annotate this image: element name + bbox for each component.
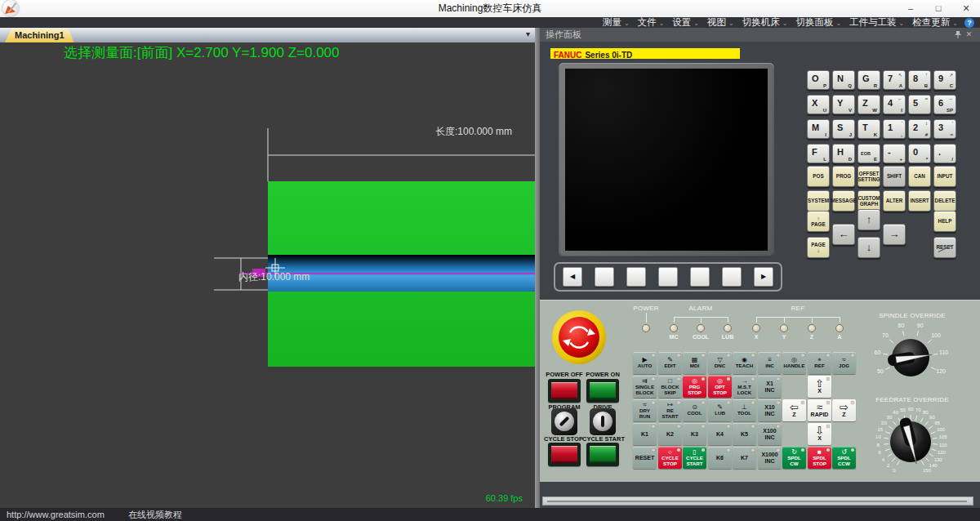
panel-button-opt-stop[interactable]: ◎OPT STOP [708,376,732,398]
panel-button-ref[interactable]: ⌖REF [808,352,831,374]
panel-button-teach[interactable]: ◉TEACH [733,352,756,374]
panel-button-z[interactable]: ⇨Z [832,399,856,421]
key-reset[interactable]: RESET [933,237,956,258]
cycle-start-button[interactable] [586,443,619,466]
softkey-blank[interactable] [626,267,646,287]
key-3[interactable]: 3'= [933,119,956,139]
panel-button-dry-run[interactable]: ≈DRY RUN [633,399,657,421]
softkey-blank[interactable] [595,267,614,287]
panel-button-k6[interactable]: K6 [708,447,732,469]
key-m[interactable]: MI [807,119,830,139]
panel-button-x1-inc[interactable]: X1 INC [758,376,782,398]
dock-close-icon[interactable]: ✕ [964,30,973,39]
softkey-blank[interactable] [690,267,710,287]
key-input[interactable]: INPUT [933,166,956,187]
panel-button-single-block[interactable]: ⇉SINGLE BLOCK [633,376,657,398]
program-keyswitch[interactable] [551,408,577,435]
panel-button-edit[interactable]: ✎EDIT [658,352,682,374]
key-offset-setting[interactable]: OFFSET SETTING [858,166,880,187]
tab-machining1[interactable]: Machining1 [5,29,74,42]
panel-button-rapid[interactable]: ≈RAPID [808,399,831,421]
viewport-3d[interactable]: 选择测量面:[前面] X=2.700 Y=1.900 Z=0.000 长度:10… [0,42,535,508]
tutorial-link[interactable]: 在线视频教程 [128,510,182,519]
panel-button-cycle-stop[interactable]: ○CYCLE STOP [658,447,682,469]
softkey-left-arrow[interactable]: ◀ [563,267,582,287]
tabbar-chevron-icon[interactable]: ▾ [526,29,530,38]
panel-button-jog[interactable]: ≈JOG [832,352,856,374]
close-button[interactable]: ✕ [952,0,980,17]
panel-button-mdi[interactable]: ▦MDI [683,352,706,374]
feedrate-override-dial[interactable]: 0246810152030405060708090951001051101201… [857,403,968,482]
panel-button-k5[interactable]: K5 [733,423,756,445]
drive-keyswitch[interactable] [590,408,616,435]
key-1[interactable]: 1', [883,119,906,139]
key-t[interactable]: TK [858,119,880,139]
key-z[interactable]: ZW [858,95,880,114]
panel-button-reset[interactable]: RESET [633,447,657,469]
panel-button-x1000-inc[interactable]: X1000 INC [758,447,782,469]
key-0[interactable]: 0* [908,144,931,163]
emergency-stop-button[interactable] [552,310,606,364]
panel-button-re-start[interactable]: ↦RE START [658,399,682,421]
panel-button-x[interactable]: ⇧X [808,376,831,398]
key-4[interactable]: 4←I [883,95,906,114]
panel-button-prg-stop[interactable]: ◎PRG STOP [683,376,706,398]
key-pos[interactable]: POS [807,166,830,187]
panel-button-inc[interactable]: ≡INC [758,352,782,374]
menubar-item-视图[interactable]: 视图⌄ [703,17,738,29]
panel-button-handle[interactable]: ◎HANDLE [782,352,806,374]
panel-button-k4[interactable]: K4 [708,423,732,445]
panel-button-k3[interactable]: K3 [683,423,706,445]
menubar-item-检查更新[interactable]: 检查更新⌄ [908,17,962,29]
panel-button-spdl-ccw[interactable]: ↺SPDL CCW [832,447,856,469]
help-icon[interactable]: ? [964,18,974,28]
panel-button-k2[interactable]: K2 [658,423,682,445]
panel-button-z[interactable]: ⇦Z [782,399,806,421]
key-cursor-down-icon[interactable]: ↓ [858,237,880,258]
menubar-item-切换面板[interactable]: 切换面板⌄ [791,17,845,29]
key--[interactable]: -+ [883,144,906,163]
key-shift[interactable]: SHIFT [883,166,906,187]
softkey-blank[interactable] [658,267,678,287]
key-.[interactable]: ./ [933,144,956,163]
panel-button-dnc[interactable]: ▽DNC [708,352,732,374]
panel-button-x100-inc[interactable]: X100 INC [758,423,782,445]
key-9[interactable]: 9↗C [933,70,956,90]
key-g[interactable]: GR [858,70,880,90]
key-system[interactable]: SYSTEM [807,190,830,212]
power-off-button[interactable] [548,379,581,403]
panel-button-lub[interactable]: ✎LUB [708,399,732,421]
key-s[interactable]: SJ [832,119,855,139]
panel-button-spdl-stop[interactable]: ■SPDL STOP [808,447,831,469]
panel-button-block-skip[interactable]: □BLOCK SKIP [658,376,682,398]
key-page-up[interactable]: ↑ PAGE [807,211,830,232]
key-cursor-left-icon[interactable]: ← [832,224,855,245]
key-cursor-up-icon[interactable]: ↑ [858,209,880,230]
key-7[interactable]: 7↖A [883,70,906,90]
key-cursor-right-icon[interactable]: → [883,224,906,245]
panel-button-x10-inc[interactable]: X10 INC [758,399,782,421]
key-delete[interactable]: DELETE [933,190,956,212]
panel-button-k1[interactable]: K1 [633,423,657,445]
key-5[interactable]: 5≈ [908,95,931,114]
panel-button-x[interactable]: ⇩X [808,423,831,445]
key-f[interactable]: FL [807,144,830,163]
maximize-button[interactable]: □ [924,0,952,17]
menubar-item-工件与工装[interactable]: 工件与工装⌄ [845,17,908,29]
key-y[interactable]: YV [832,95,855,114]
key-message[interactable]: MESSAGE [832,190,855,212]
panel-button-m-s-t-lock[interactable]: →M.S.T LOCK [733,376,756,398]
horizontal-scrollbar[interactable] [542,497,973,505]
key-alter[interactable]: ALTER [883,190,906,212]
key-2[interactable]: 2↕# [908,119,931,139]
power-on-button[interactable] [586,379,619,403]
key-insert[interactable]: INSERT [908,190,931,212]
minimize-button[interactable]: – [897,0,924,17]
key-x[interactable]: XU [807,95,830,114]
menubar-item-测量[interactable]: 测量⌄ [599,17,634,29]
key-can[interactable]: CAN [908,166,931,187]
softkey-blank[interactable] [722,267,742,287]
key-8[interactable]: 8↑B [908,70,931,90]
spindle-override-dial[interactable]: 5060708090100110120 [857,318,968,390]
key-n[interactable]: NQ [832,70,855,90]
